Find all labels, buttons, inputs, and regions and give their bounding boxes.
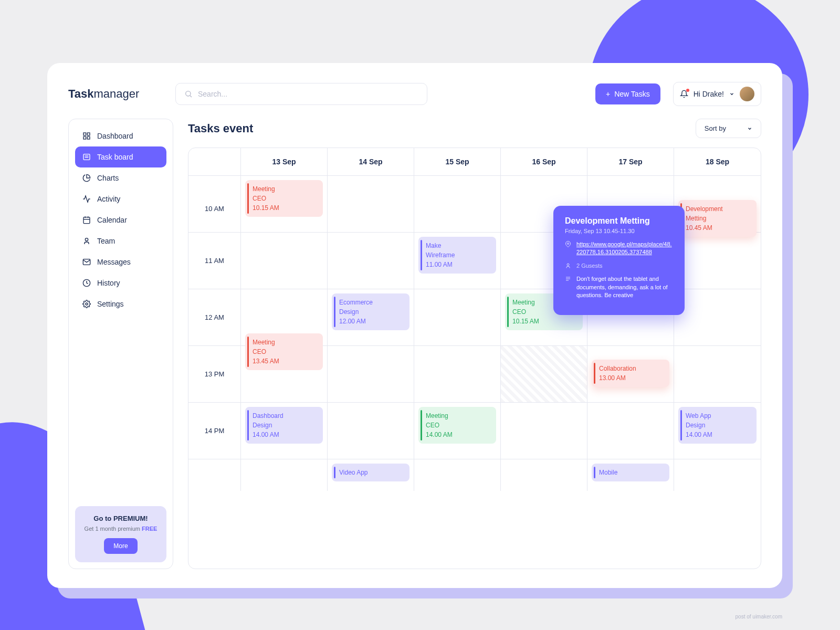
plus-icon: + [606, 90, 610, 98]
avatar [740, 87, 754, 101]
calendar-cell[interactable] [414, 346, 501, 402]
day-header: 17 Sep [587, 148, 674, 175]
calendar-cell[interactable]: MeetingCEO13.45 AM [241, 346, 328, 402]
day-header: 18 Sep [674, 148, 761, 175]
calendar-event[interactable]: MeetingCEO14.00 AM [418, 407, 496, 444]
calendar-event[interactable]: DashboardDesign14.00 AM [245, 407, 323, 444]
calendar-event[interactable]: Video App [332, 464, 410, 481]
sidebar-item-history[interactable]: History [75, 272, 166, 293]
calendar-cell[interactable]: Mobile [587, 459, 674, 491]
time-column-header [188, 148, 241, 175]
calendar-cell[interactable]: Collaboration13.00 AM [587, 346, 674, 402]
calendar-cell[interactable] [328, 403, 414, 459]
svg-rect-4 [87, 136, 90, 139]
sidebar-item-dashboard[interactable]: Dashboard [75, 125, 166, 146]
page-title: Tasks event [188, 122, 253, 135]
calendar-cell[interactable]: MeetingCEO14.00 AM [414, 403, 501, 459]
calendar-event[interactable]: DevelopmentMetting10.45 AM [678, 200, 757, 237]
calendar-cell[interactable] [501, 459, 587, 491]
sidebar-item-activity[interactable]: Activity [75, 188, 166, 209]
calendar-event[interactable]: Web AppDesign14.00 AM [678, 407, 757, 444]
calendar-cell[interactable]: MakeWireframe11.00 AM [414, 233, 501, 289]
calendar-event[interactable]: MeetingCEO13.45 AM [245, 333, 323, 370]
sidebar-item-label: Messages [97, 258, 131, 266]
calendar-cell[interactable] [328, 233, 414, 289]
calendar-event[interactable]: MeetingCEO10.15 AM [245, 180, 323, 217]
sidebar-item-charts[interactable]: Charts [75, 167, 166, 188]
calendar-event[interactable]: MakeWireframe11.00 AM [418, 237, 496, 274]
svg-point-16 [86, 303, 88, 305]
calendar-cell[interactable] [501, 403, 587, 459]
event-popover[interactable]: Development Metting Friday, Sep 13 10.45… [553, 206, 685, 315]
calendar-cell[interactable] [587, 403, 674, 459]
sidebar-item-settings[interactable]: Settings [75, 293, 166, 314]
pie-icon [82, 174, 91, 182]
sort-button[interactable]: Sort by [696, 119, 761, 138]
calendar-cell[interactable] [328, 176, 414, 241]
calendar-event[interactable]: EcommerceDesign12.00 AM [332, 293, 410, 330]
svg-rect-5 [83, 136, 86, 139]
sort-label: Sort by [705, 124, 726, 132]
sidebar-item-calendar[interactable]: Calendar [75, 209, 166, 230]
day-header: 13 Sep [241, 148, 328, 175]
svg-line-1 [190, 96, 192, 97]
sidebar-item-label: Settings [97, 300, 124, 308]
board-icon [82, 153, 91, 161]
search-input[interactable] [198, 90, 418, 98]
calendar-cell[interactable]: DashboardDesign14.00 AM [241, 403, 328, 459]
chevron-down-icon [747, 126, 752, 131]
footnote: post of uimaker.com [736, 614, 782, 620]
bell-icon [680, 90, 688, 98]
promo-title: Go to PREMIUM! [83, 514, 158, 522]
user-icon [82, 237, 91, 245]
calendar-cell[interactable] [674, 346, 761, 402]
calendar-cell[interactable] [241, 233, 328, 289]
popover-guests: 2 Gusests [576, 262, 603, 270]
calendar-cell[interactable]: DevelopmentMetting10.45 AM [674, 176, 761, 241]
svg-point-18 [567, 264, 569, 266]
new-task-label: New Tasks [614, 90, 649, 98]
promo-more-button[interactable]: More [104, 538, 137, 554]
time-label: 13 PM [188, 346, 241, 402]
sidebar-item-messages[interactable]: Messages [75, 251, 166, 272]
calendar-cell[interactable] [501, 346, 587, 402]
calendar-cell[interactable] [674, 459, 761, 491]
user-menu[interactable]: Hi Drake! [673, 82, 761, 106]
calendar-cell[interactable] [241, 459, 328, 491]
activity-icon [82, 195, 91, 203]
calendar-cell[interactable] [414, 176, 501, 241]
sidebar-item-label: Calendar [97, 216, 127, 224]
grid-icon [82, 132, 91, 140]
svg-point-13 [85, 238, 88, 241]
sidebar-item-label: Task board [97, 153, 133, 161]
popover-title: Development Metting [565, 216, 673, 226]
sidebar-item-task-board[interactable]: Task board [75, 146, 166, 167]
sidebar-item-label: History [97, 279, 120, 287]
calendar-cell[interactable] [414, 289, 501, 345]
search-box[interactable] [175, 83, 427, 105]
svg-rect-3 [87, 133, 90, 135]
calendar: 13 Sep14 Sep15 Sep16 Sep17 Sep18 Sep 10 … [188, 148, 761, 569]
user-icon [565, 262, 571, 270]
calendar-cell[interactable]: MeetingCEO10.15 AM [241, 176, 328, 241]
time-label: 14 PM [188, 403, 241, 459]
sidebar-item-team[interactable]: Team [75, 230, 166, 251]
time-label: 12 AM [188, 289, 241, 345]
time-label [188, 459, 241, 491]
calendar-cell[interactable]: EcommerceDesign12.00 AM [328, 289, 414, 345]
svg-point-0 [186, 91, 191, 96]
calendar-cell[interactable]: Web AppDesign14.00 AM [674, 403, 761, 459]
calendar-cell[interactable] [674, 289, 761, 345]
calendar-cell[interactable]: Video App [328, 459, 414, 491]
calendar-cell[interactable] [674, 233, 761, 289]
header: Taskmanager + New Tasks Hi Drake! [68, 82, 761, 106]
popover-date: Friday, Sep 13 10.45-11.30 [565, 228, 673, 234]
popover-link[interactable]: https://www.google.pl/maps/place/48.2207… [576, 240, 673, 257]
user-greeting: Hi Drake! [694, 90, 724, 98]
calendar-event[interactable]: Collaboration13.00 AM [592, 360, 669, 387]
note-icon [565, 276, 571, 299]
new-task-button[interactable]: + New Tasks [595, 83, 660, 104]
calendar-cell[interactable] [414, 459, 501, 491]
calendar-cell[interactable] [328, 346, 414, 402]
calendar-event[interactable]: Mobile [592, 464, 669, 481]
